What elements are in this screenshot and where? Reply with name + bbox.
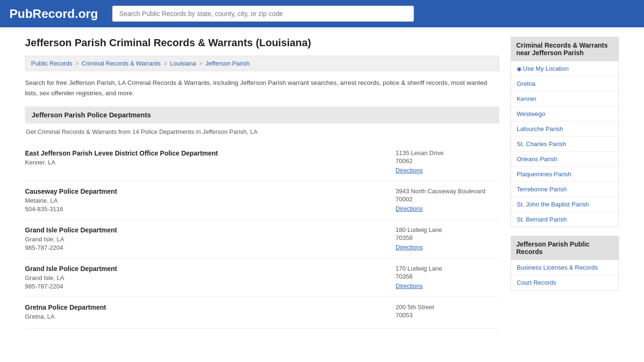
directions-link[interactable]: Directions [396,167,423,174]
sidebar-link-court-records[interactable]: Court Records [517,279,556,286]
sidebar-item[interactable]: Orleans Parish [511,152,619,167]
dept-info-right: 170 Ludwig Lane 70358 Directions [396,265,499,290]
dept-info-left: Grand Isle Police Department Grand Isle,… [25,265,386,290]
dept-phone: 985-787-2204 [25,283,386,290]
dept-info-right: 1135 Lesan Drive 70062 Directions [396,149,499,174]
breadcrumb-link-louisiana[interactable]: Louisiana [170,60,196,67]
sidebar-link-terrebonne[interactable]: Terrebonne Parish [517,186,567,193]
dept-phone: 985-787-2204 [25,244,386,251]
dept-name: East Jefferson Parish Levee District Off… [25,149,386,157]
police-section-subtext: Get Criminal Records & Warrants from 14 … [25,128,499,135]
dept-address: 170 Ludwig Lane [396,265,499,272]
sidebar-item[interactable]: St. Charles Parish [511,137,619,152]
dept-info-right: 3943 North Causeway Boulevard 70002 Dire… [396,188,499,213]
dept-zip: 70358 [396,273,499,280]
sidebar-item[interactable]: Business Licenses & Records [511,260,619,275]
dept-info-left: East Jefferson Parish Levee District Off… [25,149,386,174]
sidebar-pubrecords-title: Jefferson Parish Public Records [511,236,619,260]
site-header: PubRecord.org [0,0,644,27]
dept-address: 3943 North Causeway Boulevard [396,188,499,195]
sidebar-pubrecords-list: Business Licenses & Records Court Record… [511,260,619,290]
dept-phone: 504-835-3116 [25,206,386,213]
dept-info-right: 200 5th Street 70053 [396,304,499,321]
page-container: Jefferson Parish Criminal Records & Warr… [16,27,628,347]
site-logo[interactable]: PubRecord.org [9,7,98,21]
dept-city: Gretna, LA [25,313,386,320]
sidebar-link-business-licenses[interactable]: Business Licenses & Records [517,264,598,271]
directions-link[interactable]: Directions [396,244,423,251]
sidebar-use-location[interactable]: Use My Location [511,61,619,76]
breadcrumb-sep-2: > [164,60,167,67]
dept-address: 180 Ludwig Lane [396,226,499,233]
dept-name: Grand Isle Police Department [25,265,386,272]
sidebar-item[interactable]: Westwego [511,107,619,122]
dept-name: Gretna Police Department [25,304,386,311]
dept-city: Grand Isle, LA [25,274,386,281]
table-row: Grand Isle Police Department Grand Isle,… [25,258,499,297]
dept-city: Metairie, LA [25,197,386,204]
police-section-heading: Jefferson Parish Police Departments [25,107,499,123]
sidebar-item[interactable]: Terrebonne Parish [511,182,619,197]
sidebar-link-westwego[interactable]: Westwego [517,110,545,117]
sidebar-link-plaquemines[interactable]: Plaquemines Parish [517,171,571,178]
breadcrumb-link-public-records[interactable]: Public Records [31,60,72,67]
sidebar-item[interactable]: Kenner [511,91,619,107]
sidebar-item[interactable]: Lafourche Parish [511,122,619,137]
dept-info-right: 180 Ludwig Lane 70358 Directions [396,226,499,251]
sidebar-item[interactable]: Court Records [511,275,619,290]
table-row: Gretna Police Department Gretna, LA 200 … [25,297,499,329]
table-row: Causeway Police Department Metairie, LA … [25,181,499,220]
dept-city: Kenner, LA [25,159,386,166]
breadcrumb: Public Records > Criminal Records & Warr… [25,56,499,71]
directions-link[interactable]: Directions [396,282,423,289]
breadcrumb-link-criminal-records[interactable]: Criminal Records & Warrants [82,60,161,67]
main-content: Jefferson Parish Criminal Records & Warr… [25,37,499,329]
sidebar-item[interactable]: St. Bernard Parish [511,212,619,227]
sidebar-item[interactable]: Gretna [511,76,619,91]
dept-name: Grand Isle Police Department [25,226,386,234]
sidebar-link-stcharles[interactable]: St. Charles Parish [517,140,566,148]
dept-info-left: Causeway Police Department Metairie, LA … [25,188,386,213]
search-input[interactable] [112,6,414,22]
sidebar: Criminal Records & Warrants near Jeffers… [511,37,619,329]
dept-zip: 70062 [396,157,499,165]
sidebar-link-stbernard[interactable]: St. Bernard Parish [517,216,567,223]
dept-zip: 70002 [396,196,499,203]
table-row: East Jefferson Parish Levee District Off… [25,143,499,181]
page-description: Search for free Jefferson Parish, LA Cri… [25,78,499,98]
directions-link[interactable]: Directions [396,205,423,212]
sidebar-item[interactable]: Plaquemines Parish [511,167,619,182]
table-row: Grand Isle Police Department Grand Isle,… [25,220,499,258]
sidebar-link-stjohn[interactable]: St. John the Baptist Parish [517,201,589,208]
breadcrumb-link-jefferson-parish[interactable]: Jefferson Parish [206,60,250,67]
breadcrumb-sep-3: > [199,60,203,67]
dept-info-left: Grand Isle Police Department Grand Isle,… [25,226,386,251]
sidebar-link-lafourche[interactable]: Lafourche Parish [517,125,563,132]
dept-name: Causeway Police Department [25,188,386,195]
dept-zip: 70358 [396,234,499,241]
sidebar-item[interactable]: St. John the Baptist Parish [511,197,619,212]
sidebar-nearby-title: Criminal Records & Warrants near Jeffers… [511,37,619,61]
sidebar-nearby-list: Use My Location Gretna Kenner Westwego L… [511,61,619,227]
breadcrumb-sep-1: > [75,60,79,67]
dept-address: 200 5th Street [396,304,499,311]
sidebar-link-kenner[interactable]: Kenner [517,95,537,102]
dept-city: Grand Isle, LA [25,236,386,243]
page-title: Jefferson Parish Criminal Records & Warr… [25,37,499,49]
dept-zip: 70053 [396,312,499,319]
dept-address: 1135 Lesan Drive [396,149,499,156]
sidebar-link-orleans[interactable]: Orleans Parish [517,156,557,163]
sidebar-link-gretna[interactable]: Gretna [517,80,536,87]
dept-info-left: Gretna Police Department Gretna, LA [25,304,386,321]
